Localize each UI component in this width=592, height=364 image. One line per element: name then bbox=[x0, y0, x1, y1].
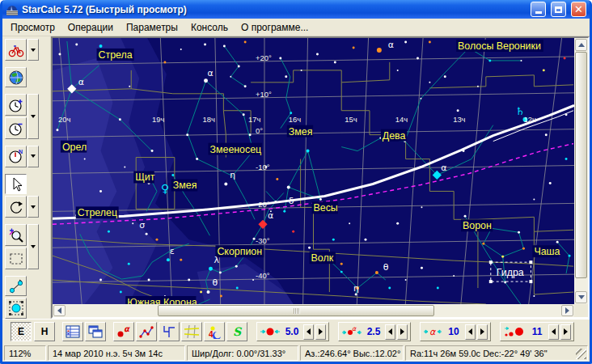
svg-text:-20°: -20° bbox=[256, 200, 270, 209]
object-table-button[interactable] bbox=[62, 322, 83, 341]
menu-operations[interactable]: Операции bbox=[61, 20, 120, 35]
rotate-field-icon bbox=[8, 199, 24, 215]
star-names-icon: α bbox=[116, 324, 132, 339]
svg-text:4: 4 bbox=[209, 330, 214, 339]
menu-console[interactable]: Консоль bbox=[184, 20, 235, 35]
time-step-dropdown[interactable] bbox=[27, 94, 39, 139]
animation-dropdown[interactable] bbox=[27, 39, 39, 61]
windows-cascade-button[interactable] bbox=[85, 322, 106, 341]
svg-text:-40°: -40° bbox=[256, 271, 270, 280]
scroll-left-button[interactable] bbox=[53, 305, 66, 316]
label-density-spinner: α 10 bbox=[420, 322, 491, 341]
svg-text:16ч: 16ч bbox=[289, 115, 301, 124]
star-max-size-decrease[interactable] bbox=[303, 324, 314, 340]
title-bar[interactable]: StarCalc 5.72 (Быстрый просмотр) ✕ bbox=[2, 0, 590, 19]
svg-text:Южная Корона: Южная Корона bbox=[127, 297, 197, 304]
object-table-icon bbox=[65, 324, 81, 339]
constellation-figures-toggle[interactable] bbox=[136, 322, 157, 341]
minimize-button[interactable] bbox=[531, 2, 546, 17]
svg-text:η: η bbox=[353, 283, 359, 294]
azalt-panel: Аз.:246.64° Выс.:12.02° bbox=[300, 345, 404, 361]
deep-sky-toggle[interactable]: S bbox=[226, 322, 247, 341]
resize-grip[interactable] bbox=[576, 349, 586, 359]
zoom-dropdown[interactable] bbox=[27, 224, 39, 269]
time-plus-button[interactable] bbox=[5, 94, 27, 116]
svg-text:α: α bbox=[388, 40, 394, 50]
zoom-level: 112% bbox=[4, 345, 46, 361]
svg-text:12ч: 12ч bbox=[523, 115, 535, 124]
radec-panel: Ra:11ч 26м 59.0с Dec:-22° 49' 36" bbox=[405, 345, 588, 361]
svg-text:17ч: 17ч bbox=[248, 115, 260, 124]
star-map[interactable]: 20ч19ч18ч17ч16ч15ч14ч13ч12ч+20°+10°0°-10… bbox=[53, 38, 574, 304]
menu-parameters[interactable]: Параметры bbox=[120, 20, 184, 35]
menu-about[interactable]: О программе... bbox=[235, 20, 315, 35]
magnitude-limit-value: 11 bbox=[527, 326, 547, 337]
zoom-tool-button[interactable] bbox=[5, 224, 27, 246]
svg-text:-30°: -30° bbox=[256, 236, 270, 245]
svg-text:Гидра: Гидра bbox=[497, 267, 524, 278]
scroll-down-button[interactable] bbox=[575, 291, 587, 303]
rotate-tool-button[interactable] bbox=[5, 196, 27, 218]
animation-button[interactable] bbox=[5, 39, 27, 61]
latlon-panel: Шир/Долг: 0.00°/31.33° bbox=[187, 345, 298, 361]
svg-text:Стрела: Стрела bbox=[99, 49, 133, 61]
coordinate-grid-toggle[interactable] bbox=[181, 322, 202, 341]
constellation-borders-icon bbox=[161, 324, 177, 339]
magnitude-limit-icon bbox=[503, 324, 526, 339]
vertical-scroll-thumb[interactable] bbox=[575, 52, 587, 278]
equatorial-grid-toggle[interactable]: E bbox=[11, 322, 32, 341]
clock-minus-icon bbox=[8, 121, 24, 137]
star-names-toggle[interactable]: α bbox=[113, 322, 134, 341]
star-min-size-value: 2.5 bbox=[364, 326, 383, 337]
star-max-size-increase[interactable] bbox=[315, 324, 326, 340]
animation-bike-icon bbox=[8, 42, 24, 58]
magnitude-limit-increase[interactable] bbox=[560, 324, 571, 340]
datetime-panel: 14 мар 2010 н.э. 5ч 3м 14с bbox=[48, 345, 185, 361]
label-density-decrease[interactable] bbox=[465, 324, 476, 340]
svg-text:Скорпион: Скорпион bbox=[217, 246, 262, 257]
svg-text:Змееносец: Змееносец bbox=[209, 144, 261, 155]
svg-text:S: S bbox=[233, 325, 243, 338]
location-button[interactable] bbox=[5, 67, 27, 88]
svg-text:α: α bbox=[352, 325, 357, 332]
time-now-dropdown[interactable] bbox=[27, 146, 39, 167]
scrollbar-corner bbox=[574, 304, 588, 317]
scroll-up-button[interactable] bbox=[575, 39, 587, 51]
menu-view[interactable]: Просмотр bbox=[4, 20, 61, 35]
svg-text:19ч: 19ч bbox=[152, 115, 164, 124]
svg-text:α: α bbox=[124, 324, 130, 333]
time-minus-button[interactable] bbox=[5, 117, 27, 139]
svg-text:α: α bbox=[78, 77, 84, 87]
horizontal-grid-toggle[interactable]: H bbox=[34, 322, 55, 341]
pointer-tool-button[interactable] bbox=[5, 174, 27, 195]
close-button[interactable]: ✕ bbox=[571, 2, 586, 17]
star-min-size-icon: α bbox=[341, 324, 362, 339]
map-vertical-scrollbar[interactable] bbox=[574, 38, 588, 304]
zoom-magnifier-icon bbox=[8, 227, 24, 243]
svg-text:Весы: Весы bbox=[313, 202, 337, 214]
time-now-button[interactable]: N bbox=[5, 146, 27, 167]
solar-system-toggle[interactable]: 4 bbox=[204, 322, 225, 341]
horizontal-scroll-thumb[interactable] bbox=[158, 305, 434, 316]
star-min-size-increase[interactable] bbox=[397, 324, 408, 340]
rotate-dropdown[interactable] bbox=[27, 196, 39, 218]
svg-text:Стрелец: Стрелец bbox=[78, 207, 117, 218]
svg-text:Орел: Орел bbox=[62, 142, 87, 153]
select-area-button[interactable] bbox=[5, 248, 27, 269]
maximize-button[interactable] bbox=[551, 2, 566, 17]
magnitude-limit-decrease[interactable] bbox=[548, 324, 559, 340]
label-density-increase[interactable] bbox=[477, 324, 488, 340]
svg-text:ε: ε bbox=[170, 246, 175, 256]
select-object-button[interactable] bbox=[5, 298, 27, 319]
star-max-size-value: 5.0 bbox=[282, 326, 302, 337]
star-min-size-decrease[interactable] bbox=[385, 324, 395, 340]
distance-tool-button[interactable] bbox=[5, 276, 27, 297]
svg-text:18ч: 18ч bbox=[203, 115, 215, 124]
svg-text:Щит: Щит bbox=[135, 171, 155, 183]
clock-now-icon: N bbox=[8, 148, 24, 164]
svg-text:♄: ♄ bbox=[516, 105, 526, 117]
map-horizontal-scrollbar[interactable] bbox=[53, 304, 574, 317]
scroll-right-button[interactable] bbox=[561, 305, 573, 316]
app-icon bbox=[6, 3, 19, 16]
constellation-borders-toggle[interactable] bbox=[159, 322, 180, 341]
